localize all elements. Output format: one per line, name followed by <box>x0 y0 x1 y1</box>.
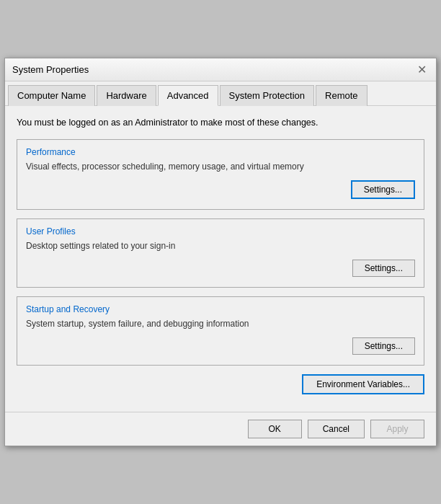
footer: OK Cancel Apply <box>5 412 436 446</box>
performance-settings-button[interactable]: Settings... <box>351 180 415 199</box>
user-profiles-title: User Profiles <box>26 226 415 236</box>
apply-button[interactable]: Apply <box>370 420 424 438</box>
close-button[interactable]: ✕ <box>414 63 429 77</box>
tab-system-protection[interactable]: System Protection <box>220 85 315 106</box>
startup-recovery-title: Startup and Recovery <box>26 304 415 314</box>
tabs-container: Computer Name Hardware Advanced System P… <box>5 81 436 106</box>
user-profiles-desc: Desktop settings related to your sign-in <box>26 241 415 251</box>
performance-title: Performance <box>26 147 415 157</box>
user-profiles-settings-button[interactable]: Settings... <box>352 260 415 277</box>
startup-recovery-settings-button[interactable]: Settings... <box>352 337 415 355</box>
title-bar: System Properties ✕ <box>5 58 436 81</box>
user-profiles-section: User Profiles Desktop settings related t… <box>17 218 424 288</box>
tab-remote[interactable]: Remote <box>316 85 368 106</box>
performance-desc: Visual effects, processor scheduling, me… <box>26 162 415 172</box>
tab-hardware[interactable]: Hardware <box>97 85 156 106</box>
ok-button[interactable]: OK <box>248 420 302 438</box>
startup-recovery-section: Startup and Recovery System startup, sys… <box>17 296 424 366</box>
tab-advanced[interactable]: Advanced <box>158 85 218 106</box>
performance-btn-row: Settings... <box>26 180 415 199</box>
system-properties-window: System Properties ✕ Computer Name Hardwa… <box>4 58 437 446</box>
startup-recovery-btn-row: Settings... <box>26 337 415 355</box>
performance-section: Performance Visual effects, processor sc… <box>17 139 424 210</box>
info-text: You must be logged on as an Administrato… <box>17 118 424 128</box>
cancel-button[interactable]: Cancel <box>308 420 365 438</box>
window-title: System Properties <box>12 64 89 75</box>
tab-computer-name[interactable]: Computer Name <box>8 85 95 106</box>
tab-content: You must be logged on as an Administrato… <box>5 106 436 412</box>
startup-recovery-desc: System startup, system failure, and debu… <box>26 319 415 329</box>
env-variables-row: Environment Variables... <box>17 374 424 394</box>
user-profiles-btn-row: Settings... <box>26 260 415 277</box>
environment-variables-button[interactable]: Environment Variables... <box>302 374 424 394</box>
